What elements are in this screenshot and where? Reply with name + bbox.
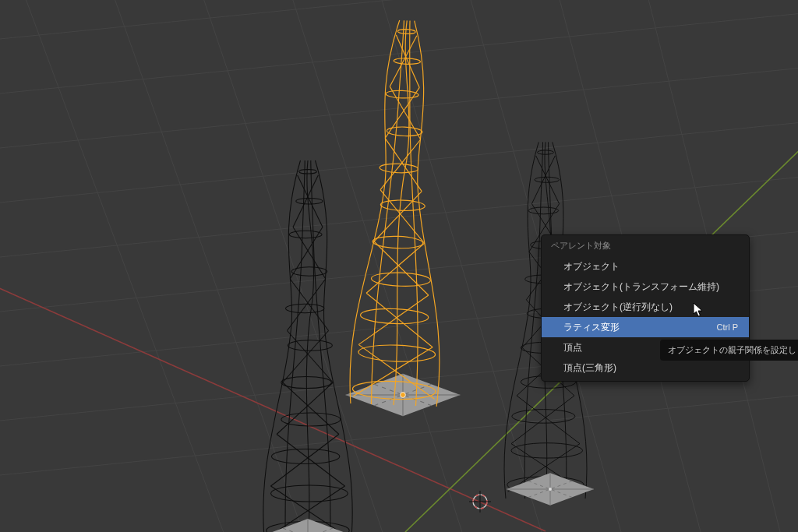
menu-item-shortcut: Ctrl P bbox=[717, 320, 739, 334]
menu-item-label: 頂点 bbox=[563, 340, 582, 354]
menu-item-lattice-deform[interactable]: ラティス変形 Ctrl P bbox=[542, 317, 749, 337]
menu-item-object-keep-transform[interactable]: オブジェクト(トランスフォーム維持) bbox=[542, 277, 749, 297]
menu-item-label: 頂点(三角形) bbox=[563, 361, 616, 375]
origin-dot bbox=[401, 393, 406, 398]
menu-item-label: オブジェクト(トランスフォーム維持) bbox=[563, 280, 719, 294]
menu-item-label: オブジェクト(逆行列なし) bbox=[563, 300, 673, 314]
menu-item-label: ラティス変形 bbox=[563, 320, 620, 334]
menu-item-object[interactable]: オブジェクト bbox=[542, 256, 749, 277]
parent-menu-header: ペアレント対象 bbox=[542, 235, 749, 256]
operator-tooltip: オブジェクトの親子関係を設定します: bbox=[660, 340, 798, 361]
menu-item-object-no-inverse[interactable]: オブジェクト(逆行列なし) bbox=[542, 297, 749, 317]
menu-item-label: オブジェクト bbox=[563, 259, 620, 273]
